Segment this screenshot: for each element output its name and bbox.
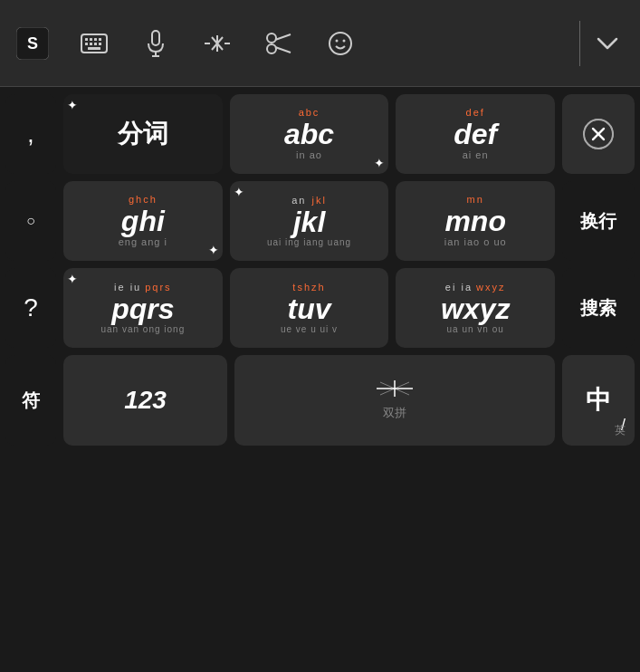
svg-point-23 (267, 44, 276, 53)
abc-bottom-label: in ao (296, 150, 322, 160)
abc-main-label: abc (284, 120, 334, 149)
ghi-top-label: ghch (129, 195, 158, 205)
key-row-1: , 分词 ✦ abc abc in ao ✦ def def ai en (5, 94, 635, 174)
123-key[interactable]: 123 (63, 355, 227, 446)
emoji-icon[interactable] (322, 25, 358, 62)
svg-rect-6 (99, 38, 101, 41)
comma-label: , (27, 120, 34, 149)
tuv-top-label: tshzh (292, 283, 325, 293)
comma-key[interactable]: , (5, 94, 56, 174)
newline-key[interactable]: 换行 (562, 181, 635, 261)
delete-key[interactable] (562, 94, 635, 174)
svg-rect-7 (85, 43, 88, 45)
microphone-icon[interactable] (138, 25, 174, 62)
svg-rect-4 (90, 38, 92, 41)
svg-rect-3 (85, 38, 88, 41)
key-row-4: 符 123 双拼 中 / 英 (5, 355, 635, 446)
search-label: 搜索 (580, 296, 616, 321)
swiftkey-logo-icon[interactable]: S (14, 25, 51, 62)
abc-key[interactable]: abc abc in ao ✦ (230, 94, 389, 174)
pqrs-top-orange: pqrs (145, 283, 171, 293)
pqrs-main-label: pqrs (111, 294, 174, 323)
zhong-ying-key[interactable]: 中 / 英 (562, 355, 635, 446)
mno-bottom-label: ian iao o uo (444, 237, 507, 247)
fu-label: 符 (22, 389, 40, 413)
question-label: ? (24, 293, 38, 322)
space-sublabel: 双拼 (383, 405, 406, 421)
circle-label: ○ (26, 213, 35, 229)
svg-text:S: S (27, 34, 38, 53)
fu-key[interactable]: 符 (5, 355, 56, 446)
key-row-3: ? ie iu pqrs pqrs uan van ong iong ✦ tsh… (5, 268, 635, 348)
tuv-key[interactable]: tshzh tuv ue ve u ui v (230, 268, 389, 348)
space-sparkle-icon (377, 380, 413, 401)
wxyz-top-black: ei ia (445, 283, 473, 293)
svg-rect-8 (90, 43, 92, 45)
space-key[interactable]: 双拼 (234, 355, 555, 446)
svg-point-28 (343, 39, 346, 42)
ying-label: 英 (615, 423, 626, 438)
search-key[interactable]: 搜索 (562, 268, 635, 348)
sparkle-tl-1: ✦ (67, 98, 78, 112)
def-main-label: def (454, 120, 497, 149)
jkl-key[interactable]: an jkl jkl uai ing iang uang ✦ (230, 181, 389, 261)
svg-point-27 (336, 39, 339, 42)
jkl-main-label: jkl (293, 207, 326, 236)
mno-main-label: mno (444, 206, 506, 235)
keyboard: , 分词 ✦ abc abc in ao ✦ def def ai en (0, 87, 640, 672)
zhong-label: 中 (586, 383, 611, 418)
wxyz-key[interactable]: ei ia wxyz wxyz ua un vn ou (396, 268, 555, 348)
def-top-label: def (466, 108, 485, 118)
svg-line-24 (275, 34, 291, 40)
collapse-button[interactable] (589, 25, 626, 62)
sparkle-ghi: ✦ (208, 243, 219, 257)
fenzi-main-label: 分词 (118, 121, 168, 147)
ghi-key[interactable]: ghch ghi eng ang i ✦ (63, 181, 223, 261)
def-key[interactable]: def def ai en (396, 94, 555, 174)
cursor-icon[interactable] (199, 25, 235, 62)
svg-rect-11 (88, 47, 100, 50)
ghi-bottom-label: eng ang i (119, 237, 167, 247)
toolbar: S (0, 0, 640, 87)
pqrs-key[interactable]: ie iu pqrs pqrs uan van ong iong ✦ (63, 268, 223, 348)
svg-rect-12 (152, 31, 159, 45)
fenzi-key[interactable]: 分词 ✦ (63, 94, 223, 174)
def-bottom-label: ai en (463, 150, 489, 160)
key-row-2: ○ ghch ghi eng ang i ✦ an jkl jkl uai in… (5, 181, 635, 261)
wxyz-bottom-label: ua un vn ou (447, 325, 504, 334)
svg-line-25 (275, 47, 291, 53)
tuv-bottom-label: ue ve u ui v (281, 325, 338, 334)
wxyz-top-orange: wxyz (476, 283, 505, 293)
pqrs-bottom-label: uan van ong iong (100, 325, 185, 334)
keyboard-icon[interactable] (76, 25, 112, 62)
jkl-bottom-label: uai ing iang uang (267, 238, 351, 247)
svg-rect-5 (94, 38, 97, 41)
pqrs-top-black: ie iu (114, 283, 141, 293)
mno-top-label: mn (467, 195, 484, 205)
abc-top-label: abc (299, 108, 320, 118)
scissors-icon[interactable] (261, 25, 297, 62)
tuv-main-label: tuv (288, 294, 331, 323)
circle-key[interactable]: ○ (5, 181, 56, 261)
toolbar-icons: S (14, 25, 570, 62)
question-key[interactable]: ? (5, 268, 56, 348)
wxyz-main-label: wxyz (441, 294, 510, 323)
jkl-top-black: an (291, 196, 306, 206)
toolbar-separator (579, 21, 580, 66)
ghi-main-label: ghi (121, 206, 165, 235)
newline-label: 换行 (580, 209, 616, 234)
svg-point-22 (267, 34, 276, 43)
123-main-label: 123 (124, 388, 167, 413)
jkl-top-orange: jkl (311, 196, 326, 206)
sparkle-br-1: ✦ (374, 156, 385, 170)
svg-rect-9 (94, 43, 97, 45)
svg-rect-10 (99, 43, 101, 45)
svg-point-26 (330, 33, 351, 54)
mno-key[interactable]: mn mno ian iao o uo (396, 181, 555, 261)
